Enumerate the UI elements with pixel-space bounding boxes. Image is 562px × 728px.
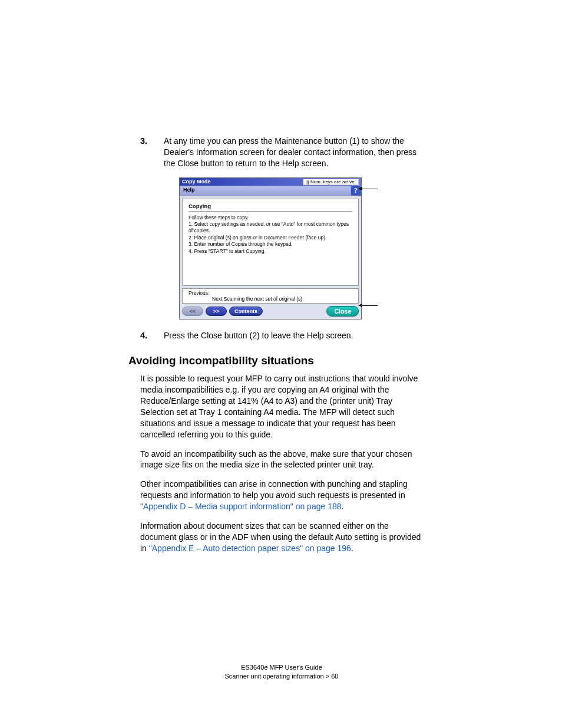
step-4-number: 4. — [140, 330, 164, 342]
page-footer: ES3640e MFP User's Guide Scanner unit op… — [140, 663, 423, 681]
section-heading: Avoiding incompatibility situations — [128, 354, 423, 367]
window-title: Copy Mode — [182, 179, 211, 185]
next-button[interactable]: >> — [206, 307, 227, 316]
help-step-2: 2. Place original (s) on glass or in Doc… — [189, 235, 352, 241]
help-topic-title: Copying — [189, 203, 352, 212]
help-step-4: 4. Press "START" to start Copying. — [189, 248, 352, 255]
prev-button[interactable]: << — [182, 307, 203, 316]
help-header-label: Help — [180, 186, 199, 196]
appendix-e-link[interactable]: "Appendix E – Auto detection paper sizes… — [149, 543, 351, 553]
footer-breadcrumb: Scanner unit operating information > 60 — [140, 672, 423, 681]
contents-button[interactable]: Contents — [229, 307, 263, 316]
step-4-text: Press the Close button (2) to leave the … — [164, 330, 423, 342]
para-2: To avoid an incompatibility such as the … — [140, 449, 423, 471]
help-previous-label: Previous: — [189, 290, 352, 296]
help-intro: Follow these steps to copy. — [189, 215, 352, 221]
help-step-1: 1. Select copy settings as needed, or us… — [189, 221, 352, 233]
para-4: Information about document sizes that ca… — [140, 521, 423, 554]
appendix-d-link[interactable]: "Appendix D – Media support information"… — [140, 502, 342, 511]
help-step-3: 3. Enter number of Copies through the ke… — [189, 241, 352, 248]
step-3-number: 3. — [140, 136, 164, 169]
help-next-label: Next:Scanning the next set of original (… — [189, 296, 352, 302]
numkeys-status: ||| Num. keys are active. — [303, 179, 359, 185]
footer-title: ES3640e MFP User's Guide — [140, 663, 423, 672]
help-screen-figure: Copy Mode ||| Num. keys are active. Help… — [179, 177, 423, 319]
close-button[interactable]: Close — [326, 306, 359, 317]
para-3: Other incompatibilities can arise in con… — [140, 479, 423, 512]
step-3-text: At any time you can press the Maintenanc… — [164, 136, 423, 169]
para-1: It is possible to request your MFP to ca… — [140, 373, 423, 440]
